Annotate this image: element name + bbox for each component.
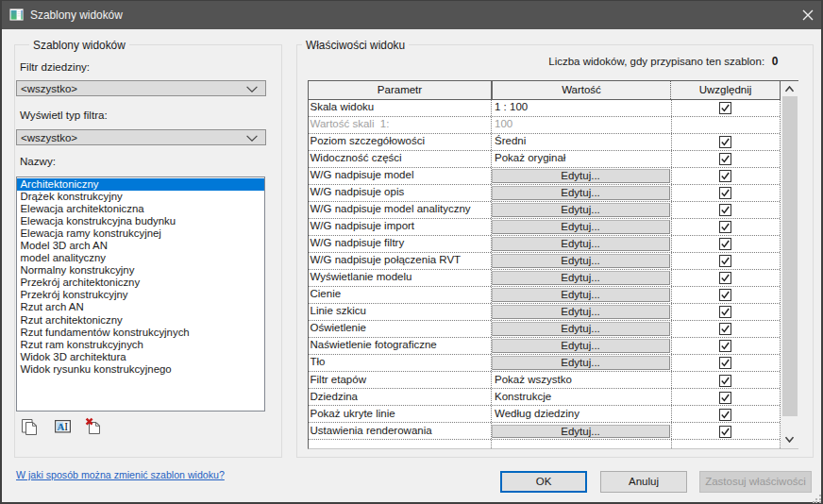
svg-text:I: I [64,421,68,432]
